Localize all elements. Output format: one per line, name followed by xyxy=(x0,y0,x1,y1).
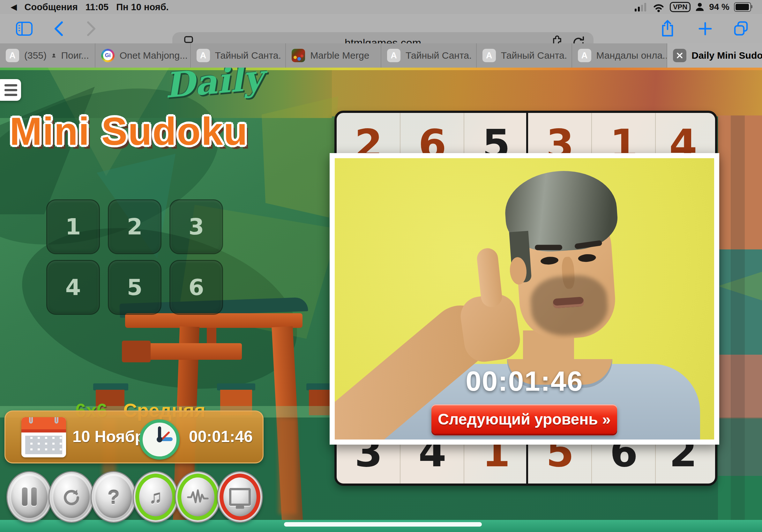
generic-favicon: A xyxy=(387,49,401,62)
tab-label: Тайный Санта. xyxy=(215,50,281,61)
tab-mandalas[interactable]: A Мандалы онла... xyxy=(572,43,667,68)
vpn-badge: VPN xyxy=(670,2,691,12)
tab-daily-mini-sudoku-active[interactable]: Daily Mini Sudo... xyxy=(667,43,762,68)
background-warm-area xyxy=(329,70,762,116)
numpad-key-1[interactable]: 1 xyxy=(46,199,100,254)
pier-cap xyxy=(217,383,255,390)
numpad-key-6[interactable]: 6 xyxy=(170,260,223,315)
thumbs-up-photo: 00:01:46 Следующий уровень » xyxy=(335,158,714,439)
restart-icon xyxy=(62,487,81,507)
tab-label-prefix: (355) xyxy=(24,50,46,61)
logo-mini-sudoku: Mini Sudoku xyxy=(10,109,377,154)
menu-button[interactable] xyxy=(0,79,21,101)
elapsed-time: 00:01:46 xyxy=(184,428,258,446)
tab-label: Marble Merge xyxy=(310,50,369,61)
fullscreen-button[interactable] xyxy=(218,472,262,522)
generic-favicon: A xyxy=(6,49,19,62)
close-tab-icon[interactable] xyxy=(673,49,686,62)
pause-icon xyxy=(22,488,37,506)
generic-favicon: A xyxy=(196,49,210,62)
restart-button[interactable] xyxy=(49,472,94,522)
gi-favicon: Gi xyxy=(101,49,114,62)
next-level-button[interactable]: Следующий уровень » xyxy=(431,404,617,434)
battery-icon xyxy=(734,2,751,12)
wifi-icon xyxy=(652,2,665,12)
game-favicon xyxy=(292,49,305,62)
back-to-app-label[interactable]: Сообщения xyxy=(24,2,78,13)
photo-eyebrow xyxy=(535,245,562,250)
music-toggle-button[interactable]: ♫ xyxy=(134,472,178,522)
tab-label: Поиг... xyxy=(61,50,89,61)
help-button[interactable]: ? xyxy=(92,472,136,522)
generic-favicon: A xyxy=(578,49,591,62)
photo-head xyxy=(502,167,626,353)
person-bust-icon xyxy=(52,51,56,60)
tab-label: Daily Mini Sudo... xyxy=(692,50,762,61)
person-icon xyxy=(695,2,705,12)
tab-secret-santa-1[interactable]: A Тайный Санта. xyxy=(191,43,286,68)
popup-final-time: 00:01:46 xyxy=(335,365,714,397)
status-date: Пн 10 нояб. xyxy=(116,2,169,13)
tab-label: Тайный Санта. xyxy=(406,50,472,61)
pillar-reflection xyxy=(278,419,297,514)
sound-toggle-button[interactable] xyxy=(176,472,220,522)
music-note-icon: ♫ xyxy=(149,487,162,507)
numpad-key-2[interactable]: 2 xyxy=(108,199,162,254)
home-indicator[interactable] xyxy=(284,522,482,527)
calendar-icon[interactable] xyxy=(21,417,66,457)
tab-label: Onet Mahjong... xyxy=(120,50,188,61)
status-bar: ◀ Сообщения 11:05 Пн 10 нояб. VPN 94 % xyxy=(0,0,762,14)
browser-toolbar: htmlgames.com xyxy=(0,14,762,43)
pier-cap xyxy=(93,383,128,390)
tab-secret-santa-3[interactable]: A Тайный Санта. xyxy=(477,43,572,68)
tab-onet-mahjong[interactable]: Gi Onet Mahjong... xyxy=(95,43,191,68)
date-timer-bar: 10 Ноября 00:01:46 xyxy=(4,411,264,463)
forward-button[interactable] xyxy=(81,19,102,39)
tab-marble-merge[interactable]: Marble Merge xyxy=(286,43,381,68)
question-icon: ? xyxy=(108,486,120,508)
tab-label: Мандалы онла... xyxy=(596,50,667,61)
generic-favicon: A xyxy=(483,49,496,62)
sound-wave-icon xyxy=(187,489,209,505)
game-viewport: Daily Mini Sudoku 1 2 3 4 5 6 6x6 Средня… xyxy=(0,68,762,532)
pause-button[interactable] xyxy=(7,472,51,522)
tab-bar: A (355) Поиг... Gi Onet Mahjong... A Тай… xyxy=(0,43,762,68)
back-to-app-icon[interactable]: ◀ xyxy=(11,3,17,12)
tab-secret-santa-2[interactable]: A Тайный Санта. xyxy=(381,43,477,68)
status-time: 11:05 xyxy=(86,2,109,13)
clock-icon xyxy=(139,420,180,460)
new-tab-button[interactable] xyxy=(695,19,716,39)
level-complete-popup: 00:01:46 Следующий уровень » xyxy=(330,153,719,445)
cellular-signal-icon xyxy=(635,2,648,12)
torii-beam-end-block xyxy=(122,341,151,362)
tab-label: Тайный Санта. xyxy=(501,50,567,61)
torii-top-beam xyxy=(125,313,302,328)
numpad-key-5[interactable]: 5 xyxy=(108,260,162,315)
back-button[interactable] xyxy=(48,19,69,39)
sidebar-toggle-button[interactable] xyxy=(14,19,35,39)
numpad-key-3[interactable]: 3 xyxy=(170,199,223,254)
tab-overview-button[interactable] xyxy=(731,19,751,39)
numpad-key-4[interactable]: 4 xyxy=(46,260,100,315)
share-button[interactable] xyxy=(657,19,678,39)
tab-messenger[interactable]: A (355) Поиг... xyxy=(0,43,95,68)
monitor-icon xyxy=(229,488,251,506)
battery-percent: 94 % xyxy=(709,2,729,12)
